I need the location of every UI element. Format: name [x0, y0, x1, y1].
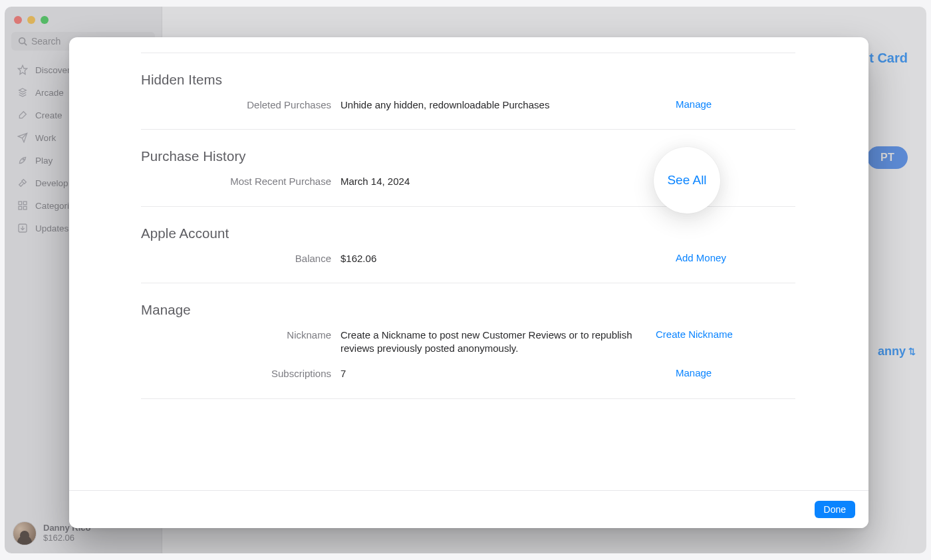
account-settings-sheet: Hidden Items Deleted Purchases Unhide an… — [69, 37, 868, 528]
row-subscriptions: Subscriptions 7 Manage — [141, 367, 795, 380]
hammer-icon — [17, 177, 29, 189]
sidebar-item-label: Play — [35, 156, 53, 166]
avatar — [13, 521, 37, 545]
sort-chevron-icon: ⇅ — [908, 347, 916, 356]
section-manage: Manage Nickname Create a Nickname to pos… — [141, 283, 795, 399]
svg-line-1 — [25, 43, 27, 46]
row-deleted-purchases: Deleted Purchases Unhide any hidden, red… — [141, 98, 795, 112]
sheet-body[interactable]: Hidden Items Deleted Purchases Unhide an… — [69, 37, 868, 490]
section-purchase-history: Purchase History Most Recent Purchase Ma… — [141, 130, 795, 206]
sidebar-item-label: Work — [35, 133, 56, 143]
primary-pill-button[interactable]: PT — [867, 146, 908, 169]
row-label: Balance — [141, 252, 331, 264]
arcade-icon — [17, 86, 29, 98]
gift-card-link-fragment[interactable]: t Card — [869, 51, 908, 66]
row-label: Deleted Purchases — [141, 98, 331, 110]
svg-rect-5 — [23, 202, 27, 205]
svg-point-0 — [19, 38, 25, 44]
row-value: Create a Nickname to post new Customer R… — [340, 329, 646, 356]
section-apple-account: Apple Account Balance $162.06 Add Money — [141, 207, 795, 283]
grid-icon — [17, 200, 29, 211]
manage-hidden-link[interactable]: Manage — [676, 98, 795, 110]
add-money-link[interactable]: Add Money — [676, 252, 795, 263]
see-all-label: See All — [667, 173, 706, 188]
create-nickname-link[interactable]: Create Nickname — [656, 329, 775, 340]
see-all-spotlight: See All — [654, 147, 720, 213]
close-window-button[interactable] — [14, 16, 22, 24]
sheet-footer: Done — [69, 490, 868, 528]
account-balance: $162.06 — [43, 533, 91, 543]
row-nickname: Nickname Create a Nickname to post new C… — [141, 329, 795, 356]
section-hidden-items: Hidden Items Deleted Purchases Unhide an… — [141, 53, 795, 130]
search-icon — [18, 37, 27, 46]
manage-subscriptions-link[interactable]: Manage — [676, 367, 795, 378]
row-value: March 14, 2024 — [340, 175, 666, 188]
svg-rect-4 — [19, 202, 22, 205]
svg-rect-7 — [23, 206, 27, 210]
app-window: Discover Arcade Create Work — [5, 7, 926, 553]
row-balance: Balance $162.06 Add Money — [141, 252, 795, 265]
svg-point-3 — [23, 159, 24, 160]
row-value: $162.06 — [340, 252, 666, 265]
row-value: 7 — [340, 367, 666, 380]
row-label: Subscriptions — [141, 367, 331, 379]
row-label: Nickname — [141, 329, 331, 341]
done-button[interactable]: Done — [815, 501, 855, 518]
sidebar-item-label: Create — [35, 110, 63, 120]
paperplane-icon — [17, 132, 29, 144]
sidebar-item-label: Discover — [35, 65, 70, 75]
svg-marker-2 — [18, 65, 27, 74]
window-controls — [5, 7, 162, 24]
fullscreen-window-button[interactable] — [41, 16, 49, 24]
section-title: Apple Account — [141, 225, 795, 241]
download-icon — [17, 222, 29, 234]
svg-rect-6 — [19, 206, 22, 210]
row-value: Unhide any hidden, redownloadable Purcha… — [340, 98, 666, 112]
star-icon — [17, 64, 29, 76]
sidebar-item-label: Develop — [35, 178, 68, 188]
row-label: Most Recent Purchase — [141, 175, 331, 187]
section-title: Hidden Items — [141, 72, 795, 88]
brush-icon — [17, 109, 29, 121]
rocket-icon — [17, 154, 29, 166]
minimize-window-button[interactable] — [27, 16, 35, 24]
sidebar-item-label: Updates — [35, 223, 68, 233]
sort-name: anny — [878, 345, 906, 358]
section-title: Manage — [141, 302, 795, 318]
row-most-recent-purchase: Most Recent Purchase March 14, 2024 See … — [141, 175, 795, 188]
sidebar-item-label: Arcade — [35, 88, 64, 98]
sort-by-label[interactable]: anny ⇅ — [878, 345, 916, 358]
